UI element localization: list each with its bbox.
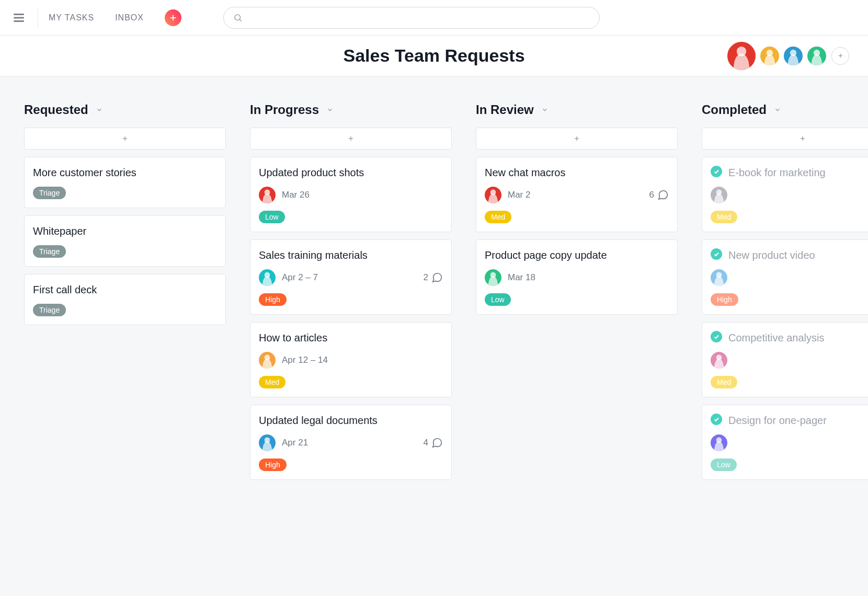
board-column: In ProgressUpdated product shotsMar 26Lo… <box>250 102 452 570</box>
svg-line-4 <box>239 19 241 21</box>
board-column: In ReviewNew chat macrosMar 26MedProduct… <box>476 102 678 570</box>
card-title: Sales training materials <box>259 248 368 262</box>
assignee-avatar[interactable] <box>711 187 727 203</box>
task-card[interactable]: Updated legal documentsApr 214High <box>250 405 452 480</box>
priority-tag: High <box>259 459 287 471</box>
column-title: In Review <box>476 102 534 117</box>
priority-tag: Triage <box>33 304 66 316</box>
task-card[interactable]: New chat macrosMar 26Med <box>476 157 678 232</box>
task-card[interactable]: Sales training materialsApr 2 – 72High <box>250 239 452 315</box>
nav-my-tasks[interactable]: MY TASKS <box>49 13 94 22</box>
assignee-avatar[interactable] <box>259 269 276 286</box>
plus-icon <box>799 135 806 142</box>
add-card-button[interactable] <box>24 128 226 150</box>
column-header[interactable]: Completed <box>702 102 868 117</box>
member-avatar[interactable] <box>759 45 780 66</box>
plus-icon <box>347 135 355 142</box>
menu-toggle-button[interactable] <box>8 7 29 28</box>
card-date: Apr 2 – 7 <box>282 272 318 283</box>
global-add-button[interactable] <box>165 9 181 26</box>
comment-icon <box>657 189 669 201</box>
comment-count[interactable]: 2 <box>424 272 443 283</box>
nav-inbox[interactable]: INBOX <box>115 13 144 22</box>
top-toolbar: MY TASKS INBOX <box>0 0 868 36</box>
card-title: Updated legal documents <box>259 414 378 427</box>
card-date: Mar 18 <box>508 272 535 283</box>
search-field[interactable] <box>223 7 600 29</box>
comment-count[interactable]: 4 <box>424 437 443 449</box>
member-avatar[interactable] <box>726 41 757 71</box>
chevron-down-icon <box>96 106 103 113</box>
column-header[interactable]: In Progress <box>250 102 452 117</box>
project-header: Sales Team Requests <box>0 36 868 76</box>
plus-icon <box>169 14 177 21</box>
assignee-avatar[interactable] <box>711 352 727 369</box>
assignee-avatar[interactable] <box>259 352 276 369</box>
check-complete-icon <box>711 166 722 177</box>
card-title: Competitive analysis <box>728 331 824 345</box>
card-date: Apr 21 <box>282 438 308 448</box>
plus-icon <box>121 135 129 142</box>
card-title: Whitepaper <box>33 224 86 238</box>
priority-tag: High <box>711 293 738 306</box>
card-title: First call deck <box>33 283 97 296</box>
card-title: More customer stories <box>33 166 136 179</box>
kanban-board: RequestedMore customer storiesTriageWhit… <box>0 76 868 596</box>
card-title: Updated product shots <box>259 166 364 179</box>
board-column: CompletedE-book for marketingMedNew prod… <box>702 102 868 570</box>
assignee-avatar[interactable] <box>259 187 276 203</box>
task-card[interactable]: Design for one-pagerLow <box>702 405 868 480</box>
card-date: Mar 26 <box>282 190 310 200</box>
card-title: Product page copy update <box>485 248 607 262</box>
priority-tag: Triage <box>33 245 66 258</box>
add-card-button[interactable] <box>702 128 868 150</box>
card-title: E-book for marketing <box>728 166 826 179</box>
assignee-avatar[interactable] <box>711 269 727 286</box>
task-card[interactable]: First call deckTriage <box>24 274 226 325</box>
add-card-button[interactable] <box>476 128 678 150</box>
priority-tag: Med <box>711 376 737 388</box>
task-card[interactable]: Competitive analysisMed <box>702 322 868 397</box>
card-title: New chat macros <box>485 166 566 179</box>
check-complete-icon <box>711 331 722 342</box>
chevron-down-icon <box>774 106 781 113</box>
priority-tag: Triage <box>33 187 66 199</box>
priority-tag: Low <box>485 293 511 306</box>
add-card-button[interactable] <box>250 128 452 150</box>
priority-tag: Med <box>711 211 737 223</box>
member-avatar[interactable] <box>806 45 827 66</box>
chevron-down-icon <box>541 106 549 113</box>
plus-icon <box>837 52 844 59</box>
board-column: RequestedMore customer storiesTriageWhit… <box>24 102 226 570</box>
task-card[interactable]: WhitepaperTriage <box>24 215 226 267</box>
comment-icon <box>431 272 443 283</box>
plus-icon <box>573 135 580 142</box>
assignee-avatar[interactable] <box>711 434 727 451</box>
priority-tag: High <box>259 293 287 306</box>
card-title: Design for one-pager <box>728 414 827 427</box>
priority-tag: Low <box>711 459 737 471</box>
assignee-avatar[interactable] <box>259 434 276 451</box>
assignee-avatar[interactable] <box>485 269 501 286</box>
task-card[interactable]: New product videoHigh <box>702 239 868 315</box>
check-complete-icon <box>711 414 722 425</box>
task-card[interactable]: E-book for marketingMed <box>702 157 868 232</box>
column-header[interactable]: Requested <box>24 102 226 117</box>
task-card[interactable]: Updated product shotsMar 26Low <box>250 157 452 232</box>
comment-count[interactable]: 6 <box>649 189 669 201</box>
priority-tag: Med <box>259 376 285 388</box>
assignee-avatar[interactable] <box>485 187 501 203</box>
svg-point-3 <box>235 15 241 20</box>
column-header[interactable]: In Review <box>476 102 678 117</box>
member-avatar[interactable] <box>783 45 804 66</box>
task-card[interactable]: How to articlesApr 12 – 14Med <box>250 322 452 397</box>
card-date: Mar 2 <box>508 190 530 200</box>
task-card[interactable]: Product page copy updateMar 18Low <box>476 239 678 315</box>
hamburger-icon <box>12 11 26 25</box>
task-card[interactable]: More customer storiesTriage <box>24 157 226 208</box>
card-date: Apr 12 – 14 <box>282 355 328 365</box>
search-input[interactable] <box>249 13 590 22</box>
card-title: How to articles <box>259 331 327 345</box>
add-member-button[interactable] <box>831 47 849 65</box>
divider <box>38 7 38 28</box>
